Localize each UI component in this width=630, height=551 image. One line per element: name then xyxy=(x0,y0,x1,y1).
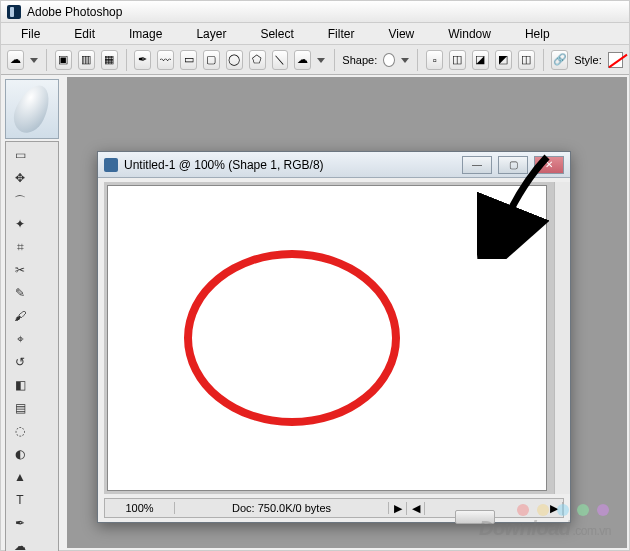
crop-tool[interactable]: ⌗ xyxy=(8,236,32,258)
separator xyxy=(46,49,47,71)
path-select-tool[interactable]: ▲ xyxy=(8,466,32,488)
feather-icon xyxy=(8,80,56,138)
dot-icon xyxy=(597,504,609,516)
dodge-tool[interactable]: ◐ xyxy=(8,443,32,465)
menu-window[interactable]: Window xyxy=(432,25,507,43)
pathop-exclude-button[interactable]: ◫ xyxy=(518,50,535,70)
shape-swatch[interactable] xyxy=(383,53,395,67)
paths-mode-button[interactable]: ▥ xyxy=(78,50,95,70)
eraser-tool[interactable]: ◧ xyxy=(8,374,32,396)
gradient-tool[interactable]: ▤ xyxy=(8,397,32,419)
pathop-new-button[interactable]: ▫ xyxy=(426,50,443,70)
menu-filter[interactable]: Filter xyxy=(312,25,371,43)
minimize-button[interactable]: — xyxy=(462,156,492,174)
separator xyxy=(417,49,418,71)
app-icon-panel xyxy=(5,79,59,139)
pathop-intersect-button[interactable]: ◩ xyxy=(495,50,512,70)
magic-wand-tool[interactable]: ✦ xyxy=(8,213,32,235)
stamp-tool[interactable]: ⌖ xyxy=(8,328,32,350)
ellipse-shape[interactable] xyxy=(184,250,400,426)
healing-tool[interactable]: ✎ xyxy=(8,282,32,304)
menu-layer[interactable]: Layer xyxy=(180,25,242,43)
separator xyxy=(334,49,335,71)
menu-select[interactable]: Select xyxy=(244,25,309,43)
lasso-tool[interactable]: ⌒ xyxy=(8,190,32,212)
pathop-add-button[interactable]: ◫ xyxy=(449,50,466,70)
watermark: Download.com.vn xyxy=(479,517,611,540)
tool-preset-picker[interactable]: ☁ xyxy=(7,50,24,70)
canvas[interactable] xyxy=(108,186,546,490)
link-icon[interactable]: 🔗 xyxy=(551,50,568,70)
pen-tool[interactable]: ✒ xyxy=(8,512,32,534)
menu-edit[interactable]: Edit xyxy=(58,25,111,43)
document-titlebar[interactable]: Untitled-1 @ 100% (Shape 1, RGB/8) — ▢ ✕ xyxy=(98,152,570,178)
menu-image[interactable]: Image xyxy=(113,25,178,43)
freeform-pen-icon[interactable]: 〰 xyxy=(157,50,174,70)
vertical-scrollbar[interactable] xyxy=(554,182,570,494)
slice-tool[interactable]: ✂ xyxy=(8,259,32,281)
shape-label: Shape: xyxy=(342,54,377,66)
dot-icon xyxy=(577,504,589,516)
dot-icon xyxy=(537,504,549,516)
photoshop-logo-icon xyxy=(7,5,21,19)
separator xyxy=(543,49,544,71)
app-titlebar: Adobe Photoshop xyxy=(1,1,629,23)
app-title: Adobe Photoshop xyxy=(27,5,122,19)
separator xyxy=(126,49,127,71)
blur-tool[interactable]: ◌ xyxy=(8,420,32,442)
rect-marquee-tool[interactable]: ▭ xyxy=(8,144,32,166)
document-title: Untitled-1 @ 100% (Shape 1, RGB/8) xyxy=(124,158,324,172)
style-label: Style: xyxy=(574,54,602,66)
dot-icon xyxy=(517,504,529,516)
menu-bar: File Edit Image Layer Select Filter View… xyxy=(1,23,629,45)
canvas-area xyxy=(104,182,564,494)
watermark-dots xyxy=(517,504,609,516)
dot-icon xyxy=(557,504,569,516)
fill-pixels-mode-button[interactable]: ▦ xyxy=(101,50,118,70)
menu-view[interactable]: View xyxy=(372,25,430,43)
polygon-shape-icon[interactable]: ⬠ xyxy=(249,50,266,70)
menu-file[interactable]: File xyxy=(5,25,56,43)
history-brush-tool[interactable]: ↺ xyxy=(8,351,32,373)
workspace: Untitled-1 @ 100% (Shape 1, RGB/8) — ▢ ✕… xyxy=(67,77,627,548)
document-status-bar: 100% Doc: 750.0K/0 bytes ▶ ◀ ▶ xyxy=(104,498,564,518)
doc-info[interactable]: Doc: 750.0K/0 bytes xyxy=(175,502,389,514)
close-button[interactable]: ✕ xyxy=(534,156,564,174)
rectangle-shape-icon[interactable]: ▭ xyxy=(180,50,197,70)
pen-tool-icon[interactable]: ✒ xyxy=(134,50,151,70)
menu-help[interactable]: Help xyxy=(509,25,566,43)
dropdown-icon[interactable] xyxy=(317,55,325,65)
info-menu-arrow-icon[interactable]: ▶ xyxy=(389,502,407,515)
photoshop-app: Adobe Photoshop File Edit Image Layer Se… xyxy=(0,0,630,551)
shape-layers-mode-button[interactable]: ▣ xyxy=(55,50,72,70)
line-shape-icon[interactable]: ＼ xyxy=(272,50,289,70)
pathop-subtract-button[interactable]: ◪ xyxy=(472,50,489,70)
brush-tool[interactable]: 🖌 xyxy=(8,305,32,327)
maximize-button[interactable]: ▢ xyxy=(498,156,528,174)
tool-palette: ▭ ✥ ⌒ ✦ ⌗ ✂ ✎ 🖌 ⌖ ↺ ◧ ▤ ◌ ◐ ▲ T ✒ ☁ 🗒 ✐ … xyxy=(5,141,59,551)
type-tool[interactable]: T xyxy=(8,489,32,511)
options-bar: ☁ ▣ ▥ ▦ ✒ 〰 ▭ ▢ ◯ ⬠ ＼ ☁ Shape: ▫ ◫ ◪ ◩ ◫… xyxy=(1,45,629,75)
style-swatch-none[interactable] xyxy=(608,52,623,68)
ellipse-shape-icon[interactable]: ◯ xyxy=(226,50,243,70)
document-icon xyxy=(104,158,118,172)
rounded-rect-shape-icon[interactable]: ▢ xyxy=(203,50,220,70)
custom-shape-icon[interactable]: ☁ xyxy=(294,50,311,70)
zoom-field[interactable]: 100% xyxy=(105,502,175,514)
dropdown-icon[interactable] xyxy=(30,55,38,65)
custom-shape-tool[interactable]: ☁ xyxy=(8,535,32,551)
move-tool[interactable]: ✥ xyxy=(8,167,32,189)
dropdown-icon[interactable] xyxy=(401,55,409,65)
document-window: Untitled-1 @ 100% (Shape 1, RGB/8) — ▢ ✕… xyxy=(97,151,571,523)
scroll-left-button[interactable]: ◀ xyxy=(407,502,425,515)
